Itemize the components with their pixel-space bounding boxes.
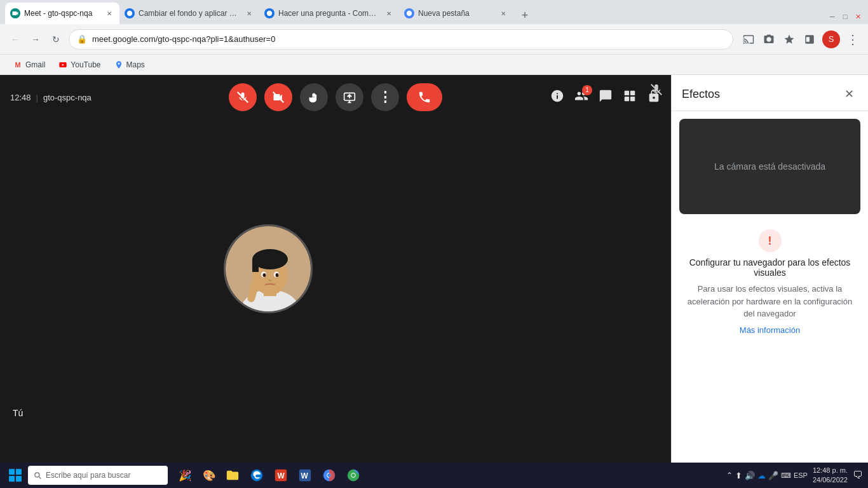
meet-area: Tú 12:48 | gto-qspc-nqa <box>0 75 671 463</box>
effects-close-button[interactable]: ✕ <box>840 85 858 103</box>
svg-point-24 <box>251 470 262 481</box>
taskbar-app-office[interactable]: W <box>269 464 292 487</box>
windows-logo <box>9 469 22 482</box>
tray-expand-icon[interactable]: ⌃ <box>726 471 733 480</box>
tab-hacer[interactable]: Hacer una pregunta - Comunida... ✕ <box>259 3 399 24</box>
gmail-icon: M <box>13 60 23 70</box>
meet-wrapper: Tú 12:48 | gto-qspc-nqa <box>0 75 868 463</box>
tab-close-hacer[interactable]: ✕ <box>384 8 394 18</box>
meet-controls: ⋮ <box>229 83 442 111</box>
url-text: meet.google.com/gto-qspc-nqa?pli=1&authu… <box>92 34 275 44</box>
star-icon[interactable] <box>782 32 797 47</box>
warning-section: ! Configurar tu navegador para los efect… <box>672 222 868 342</box>
svg-rect-19 <box>630 90 635 95</box>
taskbar-app-chrome2[interactable] <box>342 464 365 487</box>
svg-point-12 <box>263 273 266 277</box>
tab-meet[interactable]: Meet - gto-qspc-nqa ✕ <box>5 3 119 24</box>
screenshot-icon[interactable] <box>761 32 776 47</box>
meet-right-icons: 1 <box>550 89 661 106</box>
tray-speaker-icon[interactable]: 🔊 <box>745 471 755 480</box>
start-button[interactable] <box>5 465 25 485</box>
tab-close-cambiar[interactable]: ✕ <box>244 8 254 18</box>
bookmarks-bar: M Gmail YouTube Maps <box>0 55 868 75</box>
menu-icon[interactable]: ⋮ <box>845 32 860 47</box>
bookmark-youtube-label: YouTube <box>71 60 100 69</box>
taskbar-app-palette[interactable]: 🎨 <box>197 464 220 487</box>
window-controls: ─ □ ✕ <box>827 11 863 24</box>
side-panel-icon[interactable] <box>802 32 817 47</box>
camera-preview: La cámara está desactivada <box>679 119 860 214</box>
effects-panel: Efectos ✕ La cámara está desactivada ! C… <box>671 75 868 463</box>
tab-nueva[interactable]: Nueva pestaña ✕ <box>399 3 513 24</box>
meet-id: gto-qspc-nqa <box>43 93 92 102</box>
share-screen-button[interactable] <box>336 83 363 111</box>
chat-button[interactable] <box>599 89 613 106</box>
avatar-image <box>226 226 313 313</box>
tab-close-nueva[interactable]: ✕ <box>498 8 508 18</box>
new-tab-button[interactable]: + <box>516 6 534 24</box>
close-button[interactable]: ✕ <box>853 11 863 22</box>
taskbar-clock[interactable]: 12:48 p. m. 24/06/2022 <box>813 466 848 485</box>
meet-time: 12:48 <box>10 93 31 102</box>
more-info-link[interactable]: Más información <box>740 325 800 335</box>
svg-point-34 <box>351 473 355 477</box>
hand-raise-button[interactable] <box>300 83 328 111</box>
tray-keyboard-icon[interactable]: ⌨ <box>781 471 791 480</box>
camera-off-button[interactable] <box>264 83 292 111</box>
camera-disabled-text: La cámara está desactivada <box>714 161 825 172</box>
svg-point-2 <box>407 11 412 16</box>
bookmark-maps[interactable]: Maps <box>109 57 150 72</box>
svg-text:W: W <box>301 471 309 480</box>
effects-header: Efectos ✕ <box>672 75 868 111</box>
notification-button[interactable]: 🗨 <box>853 470 863 481</box>
taskbar-app-edge[interactable] <box>245 464 268 487</box>
tab-cambiar[interactable]: Cambiar el fondo y aplicar efect... ✕ <box>119 3 259 24</box>
tray-onedrive-icon[interactable]: ☁ <box>757 471 766 480</box>
forward-button[interactable]: → <box>28 32 43 47</box>
browser-frame: Meet - gto-qspc-nqa ✕ Cambiar el fondo y… <box>0 0 868 488</box>
taskbar-right: ⌃ ⬆ 🔊 ☁ 🎤 ⌨ ESP 12:48 p. m. 24/06/2022 🗨 <box>726 466 863 485</box>
svg-rect-9 <box>252 259 259 272</box>
tab-label-nueva: Nueva pestaña <box>418 9 494 18</box>
people-badge: 1 <box>582 85 592 95</box>
maximize-button[interactable]: □ <box>840 11 850 22</box>
tab-favicon-hacer <box>264 8 275 18</box>
maps-icon <box>114 60 124 70</box>
reload-button[interactable]: ↻ <box>48 32 64 47</box>
profile-icon[interactable]: S <box>822 30 840 48</box>
end-call-button[interactable] <box>407 83 442 111</box>
tab-close-meet[interactable]: ✕ <box>104 8 114 18</box>
svg-point-31 <box>327 473 331 477</box>
info-button[interactable] <box>550 89 564 106</box>
people-button[interactable]: 1 <box>574 89 588 106</box>
effects-title: Efectos <box>682 88 720 101</box>
tab-label-cambiar: Cambiar el fondo y aplicar efect... <box>139 9 240 18</box>
taskbar-time-text: 12:48 p. m. <box>813 466 848 475</box>
taskbar-search-bar[interactable]: Escribe aquí para buscar <box>28 466 168 485</box>
mic-off-button[interactable] <box>229 83 257 111</box>
taskbar-app-chrome[interactable] <box>318 464 341 487</box>
bookmark-gmail[interactable]: M Gmail <box>8 57 50 72</box>
tab-label-hacer: Hacer una pregunta - Comunida... <box>278 9 380 18</box>
cast-icon[interactable] <box>741 32 756 47</box>
edge-icon <box>250 468 264 482</box>
minimize-button[interactable]: ─ <box>827 11 837 22</box>
bookmark-youtube[interactable]: YouTube <box>53 57 105 72</box>
url-bar[interactable]: 🔒 meet.google.com/gto-qspc-nqa?pli=1&aut… <box>69 29 733 50</box>
taskbar-app-word[interactable]: W <box>294 464 316 487</box>
taskbar-app-explorer[interactable] <box>221 464 244 487</box>
back-button[interactable]: ← <box>8 32 23 47</box>
tray-network-icon[interactable]: ⬆ <box>735 471 742 480</box>
warning-title: Configurar tu navegador para los efectos… <box>682 257 858 278</box>
office-icon: W <box>274 468 288 482</box>
taskbar-date-text: 24/06/2022 <box>813 475 848 485</box>
taskbar-app-party[interactable]: 🎉 <box>173 464 196 487</box>
party-icon: 🎉 <box>177 468 191 482</box>
more-options-button[interactable]: ⋮ <box>371 83 399 111</box>
svg-rect-21 <box>630 96 635 100</box>
taskbar: Escribe aquí para buscar 🎉 🎨 <box>0 463 868 488</box>
lock-icon: 🔒 <box>77 34 87 44</box>
svg-point-1 <box>267 11 272 16</box>
tray-mic-icon[interactable]: 🎤 <box>768 471 778 480</box>
activities-button[interactable] <box>623 89 637 106</box>
